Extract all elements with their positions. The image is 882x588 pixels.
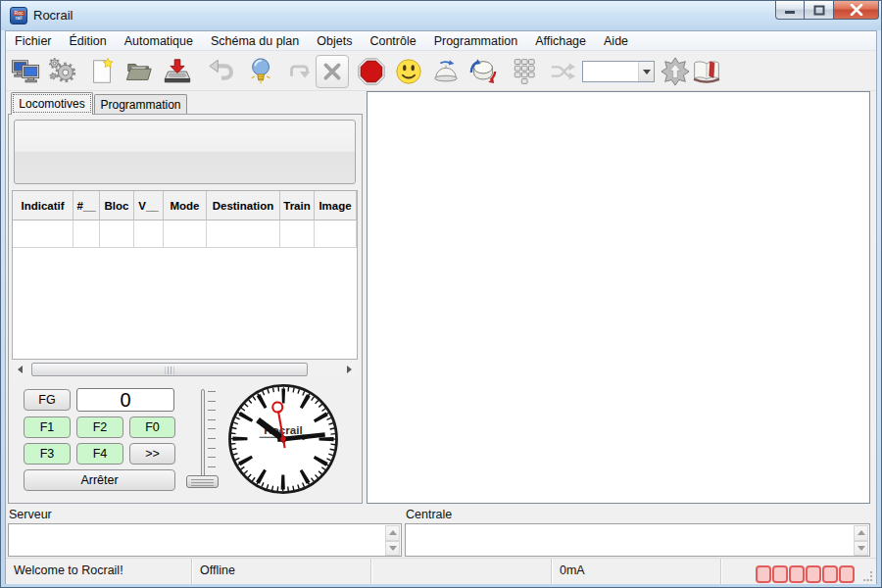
new-file-icon[interactable]: [87, 57, 117, 86]
scroll-up-button[interactable]: [854, 525, 868, 541]
close-button[interactable]: [834, 1, 879, 20]
server-console-scrollbar[interactable]: [385, 525, 400, 556]
resize-grip[interactable]: [863, 571, 873, 581]
sensor-indicator: [806, 565, 821, 583]
menu-aide[interactable]: Aide: [595, 31, 637, 51]
setup-star-icon[interactable]: [661, 57, 690, 86]
scroll-down-icon: [389, 546, 397, 551]
cell-destination[interactable]: [207, 220, 280, 248]
plan-canvas[interactable]: [367, 91, 870, 504]
redo-icon: [284, 57, 314, 86]
sensor-indicator: [772, 565, 788, 583]
scroll-down-icon: [858, 546, 865, 551]
col-destination[interactable]: Destination: [207, 191, 280, 220]
cell-vitesse[interactable]: [134, 220, 164, 248]
central-console-scrollbar[interactable]: [854, 525, 868, 556]
function-next-button[interactable]: >>: [129, 443, 175, 465]
menu-fichier[interactable]: Fichier: [6, 31, 61, 51]
status-spare: [371, 559, 552, 584]
function-button-f0[interactable]: F0: [129, 416, 175, 438]
maximize-button[interactable]: [805, 1, 834, 20]
maximize-icon: [813, 5, 825, 16]
horizontal-scrollbar[interactable]: [12, 362, 358, 377]
emergency-stop-icon[interactable]: [357, 57, 386, 86]
bell-icon[interactable]: [431, 57, 461, 86]
scrollbar-grip-icon: [166, 367, 174, 374]
cell-indicatif[interactable]: [13, 220, 74, 248]
scrollbar-thumb[interactable]: [31, 363, 308, 376]
menu-controle[interactable]: Contrôle: [361, 31, 424, 51]
menu-automatique[interactable]: Automatique: [116, 31, 202, 51]
tab-locomotives[interactable]: Locomotives: [11, 92, 93, 115]
scroll-right-icon: [347, 366, 352, 373]
help-book-icon[interactable]: [692, 57, 721, 86]
sensor-indicator: [822, 565, 838, 583]
function-button-f2[interactable]: F2: [76, 416, 123, 438]
sensor-indicators: [756, 565, 855, 583]
function-button-f1[interactable]: F1: [24, 416, 71, 438]
app-icon: Roc rail: [10, 7, 27, 24]
throttle-knob-icon[interactable]: [468, 57, 498, 86]
cell-address[interactable]: [74, 220, 100, 248]
cell-bloc[interactable]: [100, 220, 134, 248]
title-bar[interactable]: Roc rail Rocrail: [1, 1, 881, 30]
auto-mode-smiley-icon[interactable]: [394, 57, 423, 86]
disconnect-button[interactable]: [316, 55, 349, 88]
power-bulb-icon[interactable]: [247, 57, 276, 86]
clock-center-cap: [280, 436, 285, 441]
accelerator-combobox[interactable]: [582, 61, 655, 82]
menu-objets[interactable]: Objets: [308, 31, 361, 51]
tab-programmation[interactable]: Programmation: [94, 94, 187, 115]
col-image[interactable]: Image: [315, 191, 357, 220]
fast-clock: Rocrail: [226, 382, 340, 496]
scroll-down-button[interactable]: [385, 541, 400, 557]
open-folder-icon[interactable]: [124, 57, 154, 86]
speed-slider-track[interactable]: [201, 389, 205, 487]
properties-gears-icon[interactable]: [48, 57, 77, 86]
server-console[interactable]: [8, 523, 402, 557]
speed-slider-thumb[interactable]: [186, 475, 219, 488]
scroll-up-button[interactable]: [385, 525, 400, 541]
undo-icon[interactable]: [208, 57, 237, 86]
function-button-f4[interactable]: F4: [76, 443, 123, 465]
speed-display: 0: [76, 388, 174, 412]
cell-mode[interactable]: [164, 220, 207, 248]
client-area: Fichier Édition Automatique Schéma du pl…: [5, 30, 877, 584]
combobox-dropdown-button[interactable]: [638, 62, 654, 81]
col-mode[interactable]: Mode: [164, 191, 207, 220]
cell-image[interactable]: [315, 220, 357, 248]
col-train[interactable]: Train: [280, 191, 315, 220]
menu-affichage[interactable]: Affichage: [526, 31, 595, 51]
col-vitesse[interactable]: V__: [134, 191, 164, 220]
scroll-down-button[interactable]: [854, 541, 868, 557]
central-label: Centrale: [406, 508, 452, 521]
col-bloc[interactable]: Bloc: [100, 191, 134, 220]
col-address[interactable]: #__: [74, 191, 100, 220]
stop-loco-button[interactable]: Arrêter: [24, 469, 175, 491]
function-button-f3[interactable]: F3: [24, 443, 71, 465]
menu-edition[interactable]: Édition: [61, 31, 116, 51]
status-message: Welcome to Rocrail!: [6, 559, 192, 584]
locomotives-table[interactable]: Indicatif #__ Bloc V__ Mode Destination …: [12, 190, 358, 360]
server-label: Serveur: [9, 508, 52, 521]
menu-programmation[interactable]: Programmation: [425, 31, 526, 51]
loco-image-strip[interactable]: [14, 120, 356, 184]
menu-schema-du-plan[interactable]: Schéma du plan: [202, 31, 308, 51]
chevron-down-icon: [643, 70, 651, 74]
col-indicatif[interactable]: Indicatif: [13, 191, 74, 220]
workspace-icon[interactable]: [11, 57, 40, 86]
scroll-right-button[interactable]: [341, 362, 358, 377]
menu-bar: Fichier Édition Automatique Schéma du pl…: [6, 31, 876, 51]
cell-train[interactable]: [280, 220, 315, 248]
minimize-button[interactable]: [775, 1, 805, 20]
keypad-icon[interactable]: [510, 57, 539, 86]
sensor-indicator: [839, 565, 855, 583]
save-icon[interactable]: [163, 57, 192, 86]
scroll-left-button[interactable]: [12, 362, 28, 377]
table-header-row: Indicatif #__ Bloc V__ Mode Destination …: [13, 191, 357, 220]
locomotives-panel: Indicatif #__ Bloc V__ Mode Destination …: [8, 114, 363, 504]
table-row[interactable]: [13, 220, 357, 248]
function-group-button[interactable]: FG: [24, 389, 71, 411]
close-icon: [850, 4, 863, 16]
central-console[interactable]: [405, 523, 870, 557]
